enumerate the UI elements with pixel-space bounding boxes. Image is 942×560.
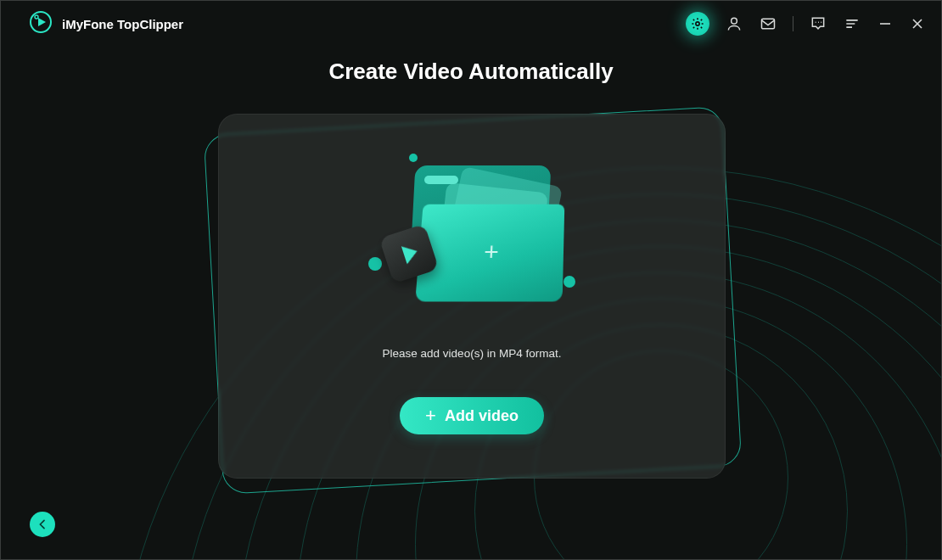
user-icon[interactable]: [725, 14, 743, 33]
dropzone-stage: + Please add video(s) in MP4 format. + A…: [199, 109, 743, 489]
decor-dot: [564, 276, 575, 288]
brand-logo-icon: [30, 11, 52, 36]
brand: iMyFone TopClipper: [30, 11, 183, 36]
close-button[interactable]: [909, 15, 926, 32]
svg-point-4: [732, 18, 737, 24]
hint-text: Please add video(s) in MP4 format.: [383, 347, 562, 360]
back-button[interactable]: [30, 512, 55, 537]
svg-marker-1: [38, 18, 46, 26]
svg-point-2: [35, 15, 38, 19]
brand-name: iMyFone TopClipper: [62, 17, 183, 31]
decor-dot: [368, 257, 382, 271]
decor-dot: [409, 154, 418, 162]
titlebar: iMyFone TopClipper: [1, 1, 941, 47]
titlebar-separator: [793, 16, 793, 31]
dropzone-card[interactable]: + Please add video(s) in MP4 format. + A…: [218, 114, 726, 479]
mail-icon[interactable]: [759, 14, 777, 33]
folder-plus-icon: +: [483, 238, 499, 266]
menu-icon[interactable]: [843, 14, 861, 33]
add-video-button[interactable]: + Add video: [400, 397, 544, 434]
add-video-label: Add video: [445, 407, 519, 425]
play-triangle-icon: [401, 242, 420, 264]
svg-point-3: [696, 22, 699, 25]
plus-icon: +: [425, 406, 436, 425]
chat-icon[interactable]: [809, 14, 827, 33]
folder-illustration: +: [362, 150, 582, 328]
page-title: Create Video Automatically: [1, 59, 941, 85]
titlebar-actions: [686, 12, 926, 36]
folder-front-icon: +: [415, 204, 564, 302]
minimize-button[interactable]: [877, 15, 894, 32]
svg-rect-5: [762, 19, 775, 29]
gear-icon[interactable]: [686, 12, 709, 36]
